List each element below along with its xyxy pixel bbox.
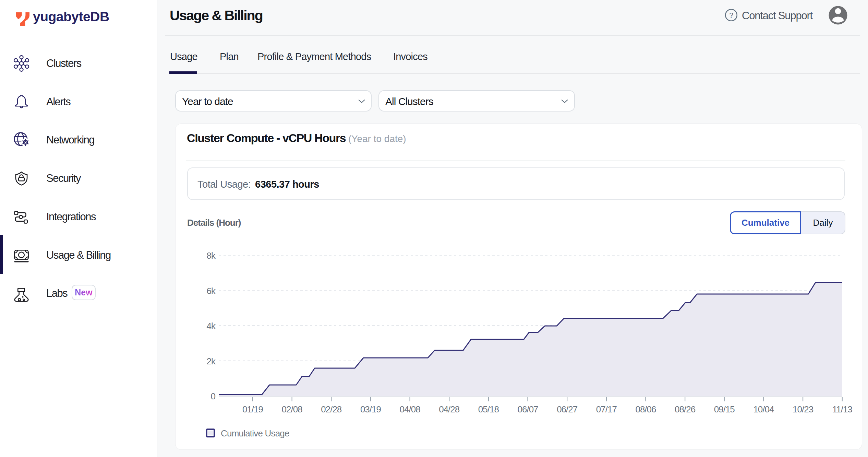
svg-text:01/19: 01/19	[242, 404, 263, 414]
svg-text:0: 0	[211, 391, 216, 401]
svg-text:4k: 4k	[207, 321, 216, 331]
svg-text:6k: 6k	[207, 286, 216, 296]
svg-text:10/04: 10/04	[753, 404, 774, 414]
svg-text:2k: 2k	[207, 356, 216, 366]
svg-text:02/08: 02/08	[282, 404, 303, 414]
svg-text:11/13: 11/13	[832, 404, 853, 414]
svg-text:06/07: 06/07	[518, 404, 539, 414]
svg-text:08/26: 08/26	[675, 404, 696, 414]
svg-text:08/06: 08/06	[635, 404, 656, 414]
svg-text:10/23: 10/23	[793, 404, 813, 414]
svg-text:02/28: 02/28	[321, 404, 342, 414]
svg-text:05/18: 05/18	[478, 404, 499, 414]
svg-text:04/08: 04/08	[400, 404, 421, 414]
svg-text:07/17: 07/17	[596, 404, 617, 414]
svg-text:09/15: 09/15	[714, 404, 735, 414]
svg-text:8k: 8k	[207, 250, 216, 261]
svg-text:06/27: 06/27	[557, 404, 578, 414]
svg-text:04/28: 04/28	[439, 404, 460, 414]
svg-text:03/19: 03/19	[360, 404, 381, 414]
